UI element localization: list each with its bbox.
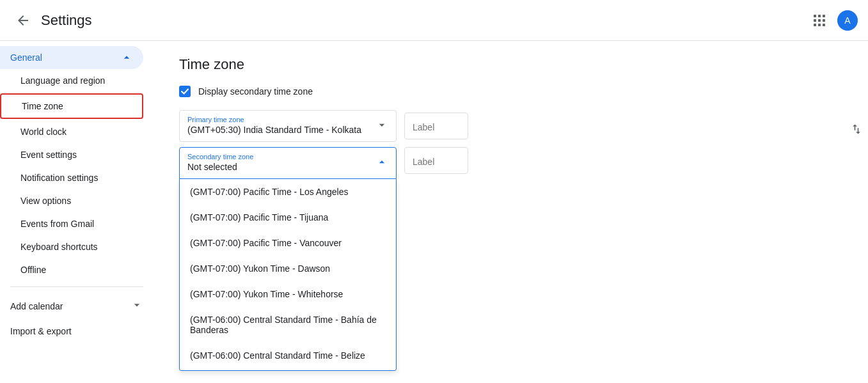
secondary-controls-row: Secondary time zone Not selected (GMT-07… — [179, 147, 468, 371]
svg-rect-6 — [814, 24, 816, 26]
sidebar-general-label: General — [10, 52, 42, 63]
sidebar-item-language-region[interactable]: Language and region — [0, 69, 143, 92]
sidebar-item-view-options[interactable]: View options — [0, 189, 143, 212]
top-bar: Settings A — [0, 0, 868, 41]
display-secondary-tz-label: Display secondary time zone — [198, 86, 313, 97]
sidebar-add-calendar[interactable]: Add calendar — [0, 292, 154, 320]
sidebar-item-offline[interactable]: Offline — [0, 258, 143, 281]
secondary-tz-dropdown: Secondary time zone Not selected (GMT-07… — [179, 147, 397, 371]
tz-option-5[interactable]: (GMT-06:00) Central Standard Time - Bahí… — [180, 307, 396, 343]
tz-option-0[interactable]: (GMT-07:00) Pacific Time - Los Angeles — [180, 179, 396, 205]
tz-option-2[interactable]: (GMT-07:00) Pacific Time - Vancouver — [180, 230, 396, 256]
primary-tz-label-input[interactable] — [404, 113, 468, 139]
back-button[interactable] — [10, 8, 36, 33]
apps-icon-button[interactable] — [807, 8, 832, 33]
sidebar-item-notification-settings[interactable]: Notification settings — [0, 166, 143, 189]
swap-timezones-button[interactable] — [845, 118, 868, 141]
primary-tz-select[interactable]: Primary time zone (GMT+05:30) India Stan… — [179, 110, 397, 142]
top-right-actions: A — [807, 8, 858, 33]
sidebar: General Language and region Time zone Wo… — [0, 41, 154, 383]
primary-tz-label: Primary time zone — [180, 111, 396, 123]
content-area: Time zone Display secondary time zone Pr… — [154, 41, 868, 383]
tz-option-7[interactable]: (GMT-06:00) Central Standard Time - Chih… — [180, 368, 396, 371]
display-secondary-tz-checkbox[interactable] — [179, 86, 191, 97]
section-title: Time zone — [179, 56, 868, 73]
chevron-down-icon — [130, 299, 143, 313]
sidebar-section-general[interactable]: General — [0, 46, 143, 69]
secondary-tz-select-label: Secondary time zone — [180, 148, 396, 160]
secondary-tz-section: Secondary time zone Not selected (GMT-07… — [179, 147, 868, 371]
primary-tz-chevron-down-icon — [375, 119, 388, 134]
secondary-tz-select[interactable]: Secondary time zone Not selected — [179, 147, 397, 179]
sidebar-item-world-clock[interactable]: World clock — [0, 120, 143, 143]
svg-rect-0 — [814, 15, 816, 17]
sidebar-import-export[interactable]: Import & export — [0, 320, 154, 343]
swap-arrows-container — [845, 41, 868, 383]
sidebar-item-time-zone[interactable]: Time zone — [1, 95, 142, 118]
secondary-tz-select-value: Not selected — [180, 160, 396, 178]
display-secondary-tz-row: Display secondary time zone — [179, 86, 868, 97]
svg-rect-5 — [823, 19, 825, 22]
main-content: General Language and region Time zone Wo… — [0, 41, 868, 383]
tz-option-1[interactable]: (GMT-07:00) Pacific Time - Tijuana — [180, 205, 396, 230]
tz-option-6[interactable]: (GMT-06:00) Central Standard Time - Beli… — [180, 343, 396, 368]
sidebar-item-event-settings[interactable]: Event settings — [0, 143, 143, 166]
user-avatar[interactable]: A — [837, 10, 858, 31]
svg-rect-7 — [818, 24, 821, 26]
primary-tz-value: (GMT+05:30) India Standard Time - Kolkat… — [180, 123, 396, 141]
add-calendar-label: Add calendar — [10, 301, 63, 311]
secondary-tz-label-input[interactable] — [404, 147, 468, 174]
sidebar-item-keyboard-shortcuts[interactable]: Keyboard shortcuts — [0, 235, 143, 258]
secondary-tz-dropdown-list: (GMT-07:00) Pacific Time - Los Angeles(G… — [179, 179, 397, 371]
secondary-tz-right — [404, 147, 468, 174]
svg-rect-2 — [823, 15, 825, 17]
primary-tz-row: Primary time zone (GMT+05:30) India Stan… — [179, 110, 868, 142]
svg-rect-8 — [823, 24, 825, 26]
svg-rect-3 — [814, 19, 816, 22]
page-title: Settings — [41, 12, 92, 29]
secondary-tz-controls: Secondary time zone Not selected (GMT-07… — [179, 147, 468, 371]
sidebar-item-events-gmail[interactable]: Events from Gmail — [0, 212, 143, 235]
svg-rect-1 — [818, 15, 821, 17]
tz-option-4[interactable]: (GMT-07:00) Yukon Time - Whitehorse — [180, 281, 396, 307]
tz-option-3[interactable]: (GMT-07:00) Yukon Time - Dawson — [180, 256, 396, 281]
svg-rect-4 — [818, 19, 821, 22]
sidebar-divider — [10, 286, 143, 287]
secondary-tz-chevron-up-icon — [375, 156, 388, 171]
chevron-up-icon — [120, 51, 133, 64]
